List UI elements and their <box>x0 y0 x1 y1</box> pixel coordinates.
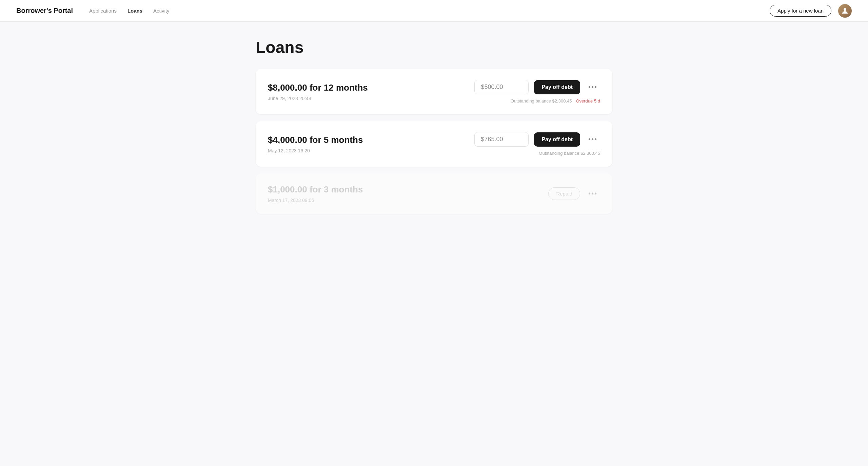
outstanding-balance-1: Outstanding balance $2,300.45 <box>511 98 572 104</box>
loan-amount-term-2: $4,000.00 for 5 months <box>268 135 363 145</box>
svg-point-0 <box>844 8 846 11</box>
avatar-image <box>838 4 852 18</box>
loan-action-top-2: Pay off debt ••• <box>474 132 600 147</box>
payment-amount-input-1[interactable] <box>474 80 529 94</box>
balance-row-1: Outstanding balance $2,300.45 Overdue 5 … <box>511 98 600 104</box>
nav-loans[interactable]: Loans <box>127 8 142 14</box>
repaid-badge: Repaid <box>548 187 580 200</box>
loan-action-group-3: Repaid ••• <box>548 187 600 200</box>
main-content: Loans $8,000.00 for 12 months June 29, 2… <box>248 22 620 237</box>
loan-date-3: March 17, 2023 09:06 <box>268 198 363 203</box>
outstanding-balance-2: Outstanding balance $2,300.45 <box>539 151 600 156</box>
more-options-button-3[interactable]: ••• <box>586 188 600 199</box>
payment-amount-input-2[interactable] <box>474 132 529 147</box>
navbar-left: Borrower's Portal Applications Loans Act… <box>16 7 170 15</box>
pay-off-debt-button-1[interactable]: Pay off debt <box>534 80 580 94</box>
loan-info-3: $1,000.00 for 3 months March 17, 2023 09… <box>268 184 363 203</box>
loan-card-1: $8,000.00 for 12 months June 29, 2023 20… <box>256 69 612 114</box>
loan-action-top-1: Pay off debt ••• <box>474 80 600 94</box>
navbar-right: Apply for a new loan <box>770 4 852 18</box>
loan-info-1: $8,000.00 for 12 months June 29, 2023 20… <box>268 82 368 101</box>
nav-applications[interactable]: Applications <box>89 8 117 14</box>
navbar: Borrower's Portal Applications Loans Act… <box>0 0 868 22</box>
loan-info-2: $4,000.00 for 5 months May 12, 2023 16:2… <box>268 135 363 153</box>
balance-row-2: Outstanding balance $2,300.45 <box>539 151 600 156</box>
more-options-button-2[interactable]: ••• <box>586 134 600 145</box>
loan-amount-term-1: $8,000.00 for 12 months <box>268 82 368 93</box>
loan-date-1: June 29, 2023 20:48 <box>268 96 368 101</box>
loan-action-group-2: Pay off debt ••• Outstanding balance $2,… <box>474 132 600 156</box>
avatar[interactable] <box>838 4 852 18</box>
page-title: Loans <box>256 38 612 57</box>
loan-date-2: May 12, 2023 16:20 <box>268 148 363 153</box>
more-options-button-1[interactable]: ••• <box>586 82 600 92</box>
nav-links: Applications Loans Activity <box>89 8 170 14</box>
loan-card-2: $4,000.00 for 5 months May 12, 2023 16:2… <box>256 121 612 167</box>
overdue-badge-1: Overdue 5 d <box>576 98 600 104</box>
nav-activity[interactable]: Activity <box>153 8 170 14</box>
brand-logo: Borrower's Portal <box>16 7 73 15</box>
loan-card-3: $1,000.00 for 3 months March 17, 2023 09… <box>256 173 612 214</box>
loan-amount-term-3: $1,000.00 for 3 months <box>268 184 363 195</box>
loan-action-group-1: Pay off debt ••• Outstanding balance $2,… <box>474 80 600 104</box>
pay-off-debt-button-2[interactable]: Pay off debt <box>534 132 580 147</box>
loan-action-top-3: Repaid ••• <box>548 187 600 200</box>
apply-new-loan-button[interactable]: Apply for a new loan <box>770 5 831 17</box>
